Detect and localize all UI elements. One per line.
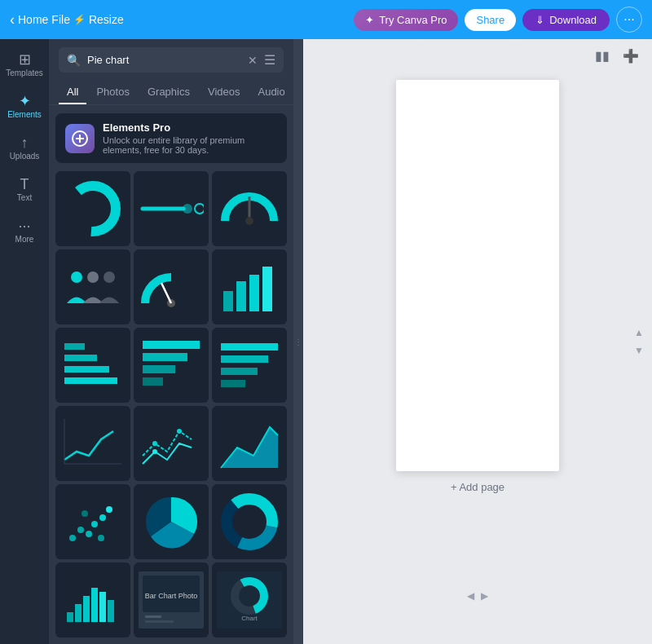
list-item[interactable] — [55, 249, 130, 324]
panel-content: Elements Pro Unlock our entire library o… — [49, 105, 293, 644]
list-item[interactable] — [55, 562, 130, 637]
svg-rect-47 — [67, 612, 73, 622]
list-item[interactable] — [134, 484, 209, 559]
list-item[interactable] — [55, 484, 130, 559]
svg-rect-23 — [143, 377, 163, 386]
svg-rect-24 — [221, 343, 278, 351]
elements-grid: Bar Chart Photo Chart — [55, 171, 287, 637]
more-icon: ··· — [18, 218, 30, 233]
list-item[interactable] — [134, 171, 209, 246]
add-frame-button[interactable]: ➕ — [619, 45, 642, 67]
clear-search-button[interactable]: ✕ — [248, 54, 258, 67]
elements-pro-banner[interactable]: Elements Pro Unlock our entire library o… — [55, 113, 287, 163]
svg-rect-22 — [143, 365, 175, 373]
scroll-left-button[interactable]: ◀ — [465, 589, 476, 603]
list-item[interactable] — [55, 171, 130, 246]
canvas-toolbar: ▮▮ ➕ — [303, 39, 652, 72]
svg-rect-12 — [223, 291, 233, 311]
sidebar-item-uploads[interactable]: ↑ Uploads — [0, 129, 49, 167]
svg-rect-49 — [83, 596, 90, 622]
uploads-icon: ↑ — [21, 135, 29, 150]
sidebar-item-more[interactable]: ··· More — [0, 212, 49, 250]
copy-icon: ▮▮ — [595, 49, 610, 63]
text-icon: T — [20, 177, 29, 192]
list-item[interactable] — [212, 406, 287, 481]
list-item[interactable] — [134, 328, 209, 403]
ellipsis-icon: ··· — [623, 12, 634, 27]
svg-rect-21 — [143, 353, 187, 361]
tab-graphics[interactable]: Graphics — [139, 81, 198, 104]
home-button[interactable]: Home — [18, 13, 48, 26]
svg-rect-48 — [75, 604, 82, 622]
tab-all[interactable]: All — [59, 81, 86, 104]
svg-point-40 — [82, 510, 88, 517]
svg-point-6 — [245, 217, 253, 225]
scroll-down-button[interactable]: ▼ — [632, 343, 645, 358]
svg-rect-16 — [64, 343, 85, 350]
svg-text:Bar Chart Photo: Bar Chart Photo — [145, 592, 198, 600]
svg-rect-15 — [262, 267, 272, 311]
svg-rect-56 — [145, 615, 161, 618]
list-item[interactable] — [212, 249, 287, 324]
templates-icon: ⊞ — [19, 52, 31, 67]
svg-rect-20 — [143, 341, 200, 349]
scroll-right-button[interactable]: ▶ — [479, 589, 490, 603]
search-bar: 🔍 Pie chart ✕ ☰ — [49, 39, 293, 77]
svg-point-8 — [87, 271, 99, 283]
scroll-up-button[interactable]: ▲ — [632, 325, 645, 340]
svg-point-41 — [98, 535, 104, 541]
svg-point-5 — [195, 204, 204, 214]
file-button[interactable]: File — [51, 13, 70, 26]
more-options-button[interactable]: ··· — [616, 7, 642, 33]
canvas-area: ▮▮ ➕ + Add page ▲ ▼ ◀ ▶ — [303, 39, 652, 644]
svg-text:Chart: Chart — [241, 615, 258, 622]
svg-rect-18 — [64, 366, 109, 373]
sidebar-item-elements[interactable]: ✦ Elements — [0, 87, 49, 126]
add-page-button[interactable]: + Add page — [396, 471, 559, 503]
svg-rect-51 — [99, 592, 106, 622]
list-item[interactable] — [55, 328, 130, 403]
list-item[interactable] — [212, 171, 287, 246]
svg-marker-33 — [221, 427, 278, 468]
tab-photos[interactable]: Photos — [88, 81, 137, 104]
svg-rect-13 — [236, 281, 246, 311]
filter-button[interactable]: ☰ — [264, 52, 275, 68]
panel-tabs: All Photos Graphics Videos Audio — [49, 77, 293, 105]
list-item[interactable]: Bar Chart Photo — [134, 562, 209, 637]
list-item[interactable] — [55, 406, 130, 481]
canvas-viewport: + Add page — [303, 72, 652, 644]
svg-point-31 — [177, 429, 182, 434]
canvas-page — [396, 80, 559, 471]
svg-rect-25 — [221, 355, 268, 363]
pro-icon — [65, 124, 95, 153]
svg-rect-14 — [249, 275, 259, 311]
svg-point-7 — [71, 271, 82, 283]
svg-point-37 — [91, 521, 98, 527]
list-item[interactable]: Chart — [212, 562, 287, 637]
svg-point-4 — [183, 204, 192, 214]
share-button[interactable]: Share — [465, 9, 516, 31]
tab-audio[interactable]: Audio — [249, 81, 293, 104]
try-pro-button[interactable]: ✦ Try Canva Pro — [354, 9, 458, 31]
svg-rect-57 — [145, 620, 174, 623]
resize-button[interactable]: ⚡ Resize — [73, 13, 124, 26]
back-button[interactable]: ‹ — [10, 11, 15, 29]
list-item[interactable] — [212, 328, 287, 403]
list-item[interactable] — [134, 406, 209, 481]
svg-point-35 — [77, 527, 84, 533]
list-item[interactable] — [134, 249, 209, 324]
copy-frame-button[interactable]: ▮▮ — [592, 45, 613, 67]
download-button[interactable]: ⇓ Download — [522, 9, 610, 31]
svg-point-38 — [99, 514, 106, 521]
sidebar-item-text[interactable]: T Text — [0, 170, 49, 209]
panel-resize-handle[interactable]: ⋮ — [293, 39, 303, 644]
search-input[interactable]: Pie chart — [87, 54, 241, 66]
svg-rect-17 — [64, 355, 97, 361]
pro-star-icon: ✦ — [365, 14, 374, 26]
search-icon: 🔍 — [67, 54, 81, 67]
tab-videos[interactable]: Videos — [200, 81, 249, 104]
svg-rect-27 — [221, 380, 245, 387]
sidebar-item-templates[interactable]: ⊞ Templates — [0, 46, 49, 84]
list-item[interactable] — [212, 484, 287, 559]
svg-rect-52 — [108, 600, 114, 622]
